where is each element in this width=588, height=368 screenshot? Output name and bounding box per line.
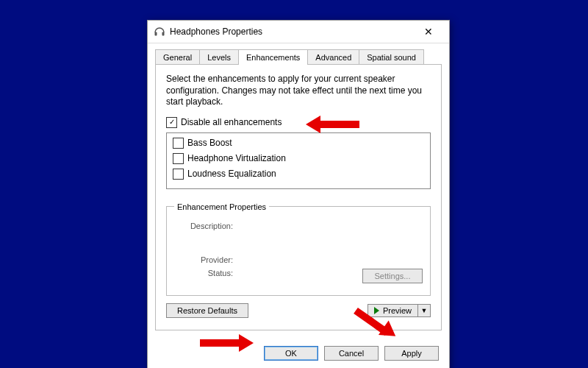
preview-button[interactable]: Preview <box>368 304 418 317</box>
description-row: Description: <box>174 222 423 230</box>
enhancements-list: Bass Boost Headphone Virtualization Loud… <box>166 132 431 189</box>
status-label: Status: <box>174 269 240 283</box>
dialog-buttons: OK Cancel Apply <box>148 339 449 368</box>
preview-dropdown[interactable]: ▼ <box>418 304 431 317</box>
tab-advanced[interactable]: Advanced <box>307 49 359 65</box>
headphones-properties-dialog: Headphones Properties ✕ General Levels E… <box>147 20 450 368</box>
disable-all-label: Disable all enhancements <box>181 117 282 127</box>
headphone-virtualization-label: Headphone Virtualization <box>187 153 286 163</box>
provider-label: Provider: <box>174 255 240 264</box>
provider-row: Provider: <box>174 255 423 264</box>
loudness-equalization-label: Loudness Equalization <box>187 169 276 179</box>
bass-boost-checkbox[interactable] <box>173 138 184 149</box>
instructions-text: Select the enhancements to apply for you… <box>166 74 431 108</box>
headphones-icon <box>154 26 165 38</box>
enhancement-properties-group: Enhancement Properties Description: Prov… <box>166 202 431 296</box>
status-row: Status: Settings... <box>174 269 423 283</box>
list-item[interactable]: Loudness Equalization <box>173 169 424 180</box>
description-label: Description: <box>174 222 240 230</box>
titlebar: Headphones Properties ✕ <box>148 21 449 43</box>
loudness-equalization-checkbox[interactable] <box>173 169 184 180</box>
list-item[interactable]: Headphone Virtualization <box>173 153 424 164</box>
window-title: Headphones Properties <box>170 26 414 37</box>
tab-spatial-sound[interactable]: Spatial sound <box>359 49 424 65</box>
tab-general[interactable]: General <box>155 49 200 65</box>
enhancements-panel: Select the enhancements to apply for you… <box>155 64 442 330</box>
settings-button[interactable]: Settings... <box>362 269 423 283</box>
close-button[interactable]: ✕ <box>414 26 443 38</box>
headphone-virtualization-checkbox[interactable] <box>173 153 184 164</box>
disable-all-checkbox[interactable] <box>166 117 177 128</box>
properties-legend: Enhancement Properties <box>174 202 269 211</box>
tab-enhancements[interactable]: Enhancements <box>238 49 308 65</box>
bass-boost-label: Bass Boost <box>187 138 232 148</box>
status-value <box>240 269 362 283</box>
list-item[interactable]: Bass Boost <box>173 138 424 149</box>
cancel-button[interactable]: Cancel <box>324 346 379 361</box>
ok-button[interactable]: OK <box>264 346 318 361</box>
tab-strip: General Levels Enhancements Advanced Spa… <box>148 43 449 65</box>
disable-all-row[interactable]: Disable all enhancements <box>166 117 431 128</box>
tab-levels[interactable]: Levels <box>199 49 239 65</box>
play-icon <box>374 307 379 314</box>
restore-defaults-button[interactable]: Restore Defaults <box>166 303 248 318</box>
svg-rect-1 <box>162 32 165 36</box>
preview-label: Preview <box>383 306 412 315</box>
apply-button[interactable]: Apply <box>384 346 439 361</box>
svg-rect-0 <box>155 32 157 36</box>
